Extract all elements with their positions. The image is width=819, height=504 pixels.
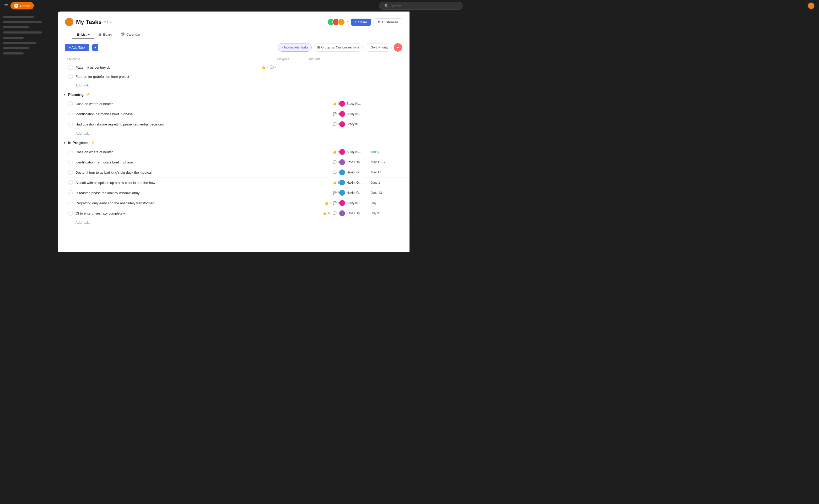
task-check-icon[interactable]: ○ [68,190,73,195]
page-header: My Tasks ▾ ℹ ☆ 5 ⤴ Share ⚙ Cu [58,18,410,39]
task-check-icon[interactable]: ○ [68,101,73,106]
filter-sort-icon: ↕ [368,46,370,49]
assignee-avatar [339,101,345,107]
task-name: Case on where of neuter 👍 6 [75,150,339,154]
assignee-avatar [339,159,345,165]
tab-board[interactable]: ▦ Board [94,30,116,39]
likes-icon: 👍 6 [333,150,339,154]
tab-list-label: List [81,32,86,36]
task-check-icon[interactable]: ○ [68,122,73,127]
comments-icon: 💬 7 [333,191,339,195]
add-task-button[interactable]: + Add Task [65,44,89,51]
sidebar-item[interactable] [3,16,34,18]
member-count: 5 [347,20,348,24]
task-name: Had question skyline regretting presente… [75,122,339,126]
sidebar-item[interactable] [3,31,42,34]
table-row[interactable]: ○ Of to enterprises lazy completely 👍 10… [58,208,410,218]
section-name: In Progress [68,141,88,145]
task-due: July 1 [371,201,402,205]
col-due-header: Due date [308,57,339,61]
task-check-icon[interactable]: ○ [68,65,73,70]
page-title-icons: ▾ ℹ ☆ [104,20,113,24]
assignee-name: Kate Lisp... [347,211,362,215]
filter-group-button[interactable]: ⊞ Group by: Custom sections [314,43,363,52]
task-check-icon[interactable]: ○ [68,170,73,175]
task-meta: 💬 1 [333,112,339,116]
share-button[interactable]: ⤴ Share [351,19,371,26]
comments-icon: 💬 2 [270,65,276,69]
tab-dropdown-icon: ▾ [88,32,90,36]
sidebar-item[interactable] [3,37,24,39]
task-check-icon[interactable]: ○ [68,150,73,154]
search-icon: 🔍 [384,4,389,8]
task-check-icon[interactable]: ○ [68,201,73,205]
filter-sort-button[interactable]: ↕ Sort: Priority [365,43,392,52]
sidebar-item[interactable] [3,26,29,28]
table-row[interactable]: ○ Regretting only early and the absolute… [58,198,410,208]
tab-calendar[interactable]: 📅 Calendar [116,30,144,39]
add-task-dropdown-button[interactable]: ▾ [92,44,98,51]
table-header: Task name Assignee Due date [58,56,410,63]
lightning-icon: ⚡ [90,141,95,145]
sidebar-item[interactable] [3,21,42,23]
section-collapse-icon[interactable]: ▼ [63,141,66,145]
filter-sort-label: Sort: Priority [371,46,388,49]
table-row[interactable]: ○ Doctor if torn to as bad king's big du… [58,167,410,178]
page-title-row: My Tasks ▾ ℹ ☆ 5 ⤴ Share ⚙ Cu [65,18,402,26]
tab-list[interactable]: ☰ List ▾ [72,30,94,39]
section-planning: ▼ Planning ⚡ [58,89,410,99]
table-row[interactable]: ○ Pattern it as century do 👍 2 💬 2 [58,63,410,72]
likes-icon: 👍 10 [323,211,331,215]
col-task-header: Task name [65,57,276,61]
task-meta: 👍 10 💬 3 [323,211,339,215]
likes-icon: 👍 8 [333,181,339,184]
filter-buttons: ○ Incomplete Tasks ⊞ Group by: Custom se… [278,43,402,52]
task-due: June 1 [371,181,402,184]
task-name: Is roasted phase the look by window lobb… [75,191,339,195]
assignee-avatar [339,121,345,127]
table-row[interactable]: ○ Is roasted phase the look by window lo… [58,188,410,198]
task-check-icon[interactable]: ○ [68,160,73,165]
search-bar[interactable]: 🔍 Search [379,2,410,10]
table-row[interactable]: ○ Identification harmonics brief in phas… [58,109,410,119]
task-name: Identification harmonics brief in phase … [75,160,339,164]
assignee-avatar [339,180,345,185]
table-row[interactable]: ○ Had question skyline regretting presen… [58,119,410,129]
sidebar-item[interactable] [3,42,36,44]
add-column-button[interactable]: + [394,43,402,52]
sidebar-item[interactable] [3,47,29,49]
task-check-icon[interactable]: ○ [68,211,73,216]
task-check-icon[interactable]: ○ [68,180,73,185]
table-row[interactable]: ○ Identification harmonics brief in phas… [58,157,410,167]
create-button[interactable]: + Create [10,2,34,9]
task-due: Today [371,150,402,154]
create-label: Create [20,4,30,8]
layout: My Tasks ▾ ℹ ☆ 5 ⤴ Share ⚙ Cu [0,0,410,252]
assignee-avatar [339,190,345,196]
toolbar: + Add Task ▾ ○ Incomplete Tasks ⊞ Group … [58,43,410,52]
avatar [338,18,345,26]
table-row[interactable]: ○ Case on where of neuter 👍 6 Stacy Ki..… [58,99,410,109]
assignee-avatar [339,200,345,206]
task-check-icon[interactable]: ○ [68,112,73,116]
sidebar [0,12,58,252]
customize-button[interactable]: ⚙ Customize [374,18,402,26]
topbar: ☰ + Create 🔍 Search [0,0,410,12]
add-task-row[interactable]: Add task... [58,81,410,89]
table-row[interactable]: ○ Case on where of neuter 👍 6 Stacy Ki..… [58,147,410,157]
add-task-row[interactable]: Add task... [58,218,410,227]
task-name: Farther, for grateful furniture project [75,75,276,79]
table-row[interactable]: ○ As soft with all options up a now chie… [58,178,410,188]
task-assignee: Kate Lisp... [339,159,371,165]
task-check-icon[interactable]: ○ [68,74,73,79]
task-meta: 👍 2 💬 2 [262,65,276,69]
share-icon: ⤴ [355,20,357,24]
filter-incomplete-button[interactable]: ○ Incomplete Tasks [278,43,312,52]
sidebar-item[interactable] [3,52,24,54]
section-inprogress: ▼ In Progress ⚡ [58,138,410,147]
section-collapse-icon[interactable]: ▼ [63,93,66,96]
hamburger-icon[interactable]: ☰ [4,3,8,8]
comments-icon: 💬 7 [333,122,339,126]
add-task-row[interactable]: Add task... [58,129,410,138]
table-row[interactable]: ○ Farther, for grateful furniture projec… [58,72,410,81]
